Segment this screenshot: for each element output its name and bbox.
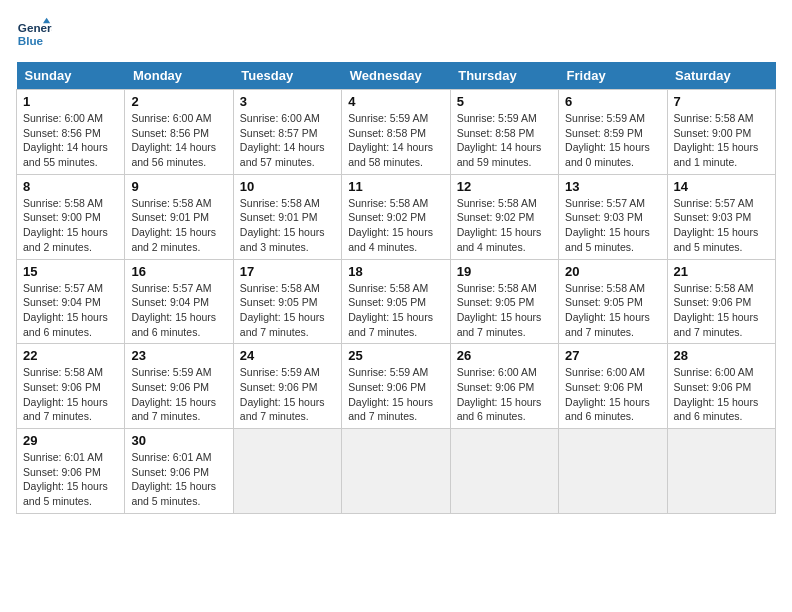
- day-detail: Sunrise: 5:58 AM Sunset: 9:00 PM Dayligh…: [674, 111, 769, 170]
- header-tuesday: Tuesday: [233, 62, 341, 90]
- day-detail: Sunrise: 5:58 AM Sunset: 9:05 PM Dayligh…: [457, 281, 552, 340]
- calendar-row: 8 Sunrise: 5:58 AM Sunset: 9:00 PM Dayli…: [17, 174, 776, 259]
- day-number: 30: [131, 433, 226, 448]
- page-header: General Blue: [16, 16, 776, 52]
- header-friday: Friday: [559, 62, 667, 90]
- calendar-cell: 9 Sunrise: 5:58 AM Sunset: 9:01 PM Dayli…: [125, 174, 233, 259]
- day-number: 1: [23, 94, 118, 109]
- day-number: 14: [674, 179, 769, 194]
- calendar-cell: 12 Sunrise: 5:58 AM Sunset: 9:02 PM Dayl…: [450, 174, 558, 259]
- day-number: 2: [131, 94, 226, 109]
- day-number: 21: [674, 264, 769, 279]
- day-detail: Sunrise: 5:58 AM Sunset: 9:05 PM Dayligh…: [348, 281, 443, 340]
- day-detail: Sunrise: 5:59 AM Sunset: 8:59 PM Dayligh…: [565, 111, 660, 170]
- day-detail: Sunrise: 5:58 AM Sunset: 9:06 PM Dayligh…: [23, 365, 118, 424]
- calendar-header-row: Sunday Monday Tuesday Wednesday Thursday…: [17, 62, 776, 90]
- day-number: 28: [674, 348, 769, 363]
- calendar-cell: 13 Sunrise: 5:57 AM Sunset: 9:03 PM Dayl…: [559, 174, 667, 259]
- calendar-cell: 21 Sunrise: 5:58 AM Sunset: 9:06 PM Dayl…: [667, 259, 775, 344]
- logo: General Blue: [16, 16, 52, 52]
- day-number: 9: [131, 179, 226, 194]
- day-detail: Sunrise: 5:57 AM Sunset: 9:04 PM Dayligh…: [23, 281, 118, 340]
- calendar-cell: 4 Sunrise: 5:59 AM Sunset: 8:58 PM Dayli…: [342, 90, 450, 175]
- day-number: 26: [457, 348, 552, 363]
- day-detail: Sunrise: 6:00 AM Sunset: 8:57 PM Dayligh…: [240, 111, 335, 170]
- day-detail: Sunrise: 6:00 AM Sunset: 9:06 PM Dayligh…: [457, 365, 552, 424]
- day-detail: Sunrise: 5:59 AM Sunset: 9:06 PM Dayligh…: [348, 365, 443, 424]
- day-number: 7: [674, 94, 769, 109]
- calendar-cell: 30 Sunrise: 6:01 AM Sunset: 9:06 PM Dayl…: [125, 429, 233, 514]
- calendar-cell: 18 Sunrise: 5:58 AM Sunset: 9:05 PM Dayl…: [342, 259, 450, 344]
- calendar-cell: 11 Sunrise: 5:58 AM Sunset: 9:02 PM Dayl…: [342, 174, 450, 259]
- day-detail: Sunrise: 6:01 AM Sunset: 9:06 PM Dayligh…: [131, 450, 226, 509]
- day-detail: Sunrise: 5:58 AM Sunset: 9:01 PM Dayligh…: [240, 196, 335, 255]
- day-detail: Sunrise: 5:57 AM Sunset: 9:03 PM Dayligh…: [674, 196, 769, 255]
- day-number: 5: [457, 94, 552, 109]
- day-detail: Sunrise: 5:58 AM Sunset: 9:05 PM Dayligh…: [565, 281, 660, 340]
- logo-icon: General Blue: [16, 16, 52, 52]
- day-number: 8: [23, 179, 118, 194]
- calendar-row: 15 Sunrise: 5:57 AM Sunset: 9:04 PM Dayl…: [17, 259, 776, 344]
- calendar-cell: 23 Sunrise: 5:59 AM Sunset: 9:06 PM Dayl…: [125, 344, 233, 429]
- calendar-cell: 7 Sunrise: 5:58 AM Sunset: 9:00 PM Dayli…: [667, 90, 775, 175]
- header-wednesday: Wednesday: [342, 62, 450, 90]
- day-number: 20: [565, 264, 660, 279]
- day-number: 22: [23, 348, 118, 363]
- calendar-cell: 14 Sunrise: 5:57 AM Sunset: 9:03 PM Dayl…: [667, 174, 775, 259]
- calendar-cell: 3 Sunrise: 6:00 AM Sunset: 8:57 PM Dayli…: [233, 90, 341, 175]
- calendar-cell: 29 Sunrise: 6:01 AM Sunset: 9:06 PM Dayl…: [17, 429, 125, 514]
- day-number: 15: [23, 264, 118, 279]
- day-detail: Sunrise: 5:58 AM Sunset: 9:00 PM Dayligh…: [23, 196, 118, 255]
- day-detail: Sunrise: 5:58 AM Sunset: 9:01 PM Dayligh…: [131, 196, 226, 255]
- day-detail: Sunrise: 5:59 AM Sunset: 8:58 PM Dayligh…: [348, 111, 443, 170]
- calendar-cell: 19 Sunrise: 5:58 AM Sunset: 9:05 PM Dayl…: [450, 259, 558, 344]
- calendar-cell: [233, 429, 341, 514]
- calendar-cell: [342, 429, 450, 514]
- day-number: 24: [240, 348, 335, 363]
- day-detail: Sunrise: 5:59 AM Sunset: 8:58 PM Dayligh…: [457, 111, 552, 170]
- day-detail: Sunrise: 6:01 AM Sunset: 9:06 PM Dayligh…: [23, 450, 118, 509]
- day-number: 12: [457, 179, 552, 194]
- day-number: 6: [565, 94, 660, 109]
- day-number: 10: [240, 179, 335, 194]
- header-sunday: Sunday: [17, 62, 125, 90]
- calendar-cell: 6 Sunrise: 5:59 AM Sunset: 8:59 PM Dayli…: [559, 90, 667, 175]
- day-detail: Sunrise: 5:58 AM Sunset: 9:02 PM Dayligh…: [348, 196, 443, 255]
- calendar-cell: 26 Sunrise: 6:00 AM Sunset: 9:06 PM Dayl…: [450, 344, 558, 429]
- day-number: 17: [240, 264, 335, 279]
- day-number: 18: [348, 264, 443, 279]
- calendar-cell: 1 Sunrise: 6:00 AM Sunset: 8:56 PM Dayli…: [17, 90, 125, 175]
- day-detail: Sunrise: 5:59 AM Sunset: 9:06 PM Dayligh…: [131, 365, 226, 424]
- day-number: 3: [240, 94, 335, 109]
- day-number: 16: [131, 264, 226, 279]
- day-detail: Sunrise: 5:58 AM Sunset: 9:05 PM Dayligh…: [240, 281, 335, 340]
- calendar-cell: 28 Sunrise: 6:00 AM Sunset: 9:06 PM Dayl…: [667, 344, 775, 429]
- calendar-cell: 5 Sunrise: 5:59 AM Sunset: 8:58 PM Dayli…: [450, 90, 558, 175]
- calendar-cell: 17 Sunrise: 5:58 AM Sunset: 9:05 PM Dayl…: [233, 259, 341, 344]
- svg-text:Blue: Blue: [18, 34, 44, 47]
- day-detail: Sunrise: 5:59 AM Sunset: 9:06 PM Dayligh…: [240, 365, 335, 424]
- calendar-cell: 16 Sunrise: 5:57 AM Sunset: 9:04 PM Dayl…: [125, 259, 233, 344]
- calendar-cell: 25 Sunrise: 5:59 AM Sunset: 9:06 PM Dayl…: [342, 344, 450, 429]
- day-detail: Sunrise: 5:57 AM Sunset: 9:04 PM Dayligh…: [131, 281, 226, 340]
- day-detail: Sunrise: 5:58 AM Sunset: 9:06 PM Dayligh…: [674, 281, 769, 340]
- day-detail: Sunrise: 6:00 AM Sunset: 9:06 PM Dayligh…: [674, 365, 769, 424]
- calendar-cell: 15 Sunrise: 5:57 AM Sunset: 9:04 PM Dayl…: [17, 259, 125, 344]
- day-number: 29: [23, 433, 118, 448]
- calendar-table: Sunday Monday Tuesday Wednesday Thursday…: [16, 62, 776, 514]
- day-number: 4: [348, 94, 443, 109]
- calendar-row: 1 Sunrise: 6:00 AM Sunset: 8:56 PM Dayli…: [17, 90, 776, 175]
- calendar-cell: [450, 429, 558, 514]
- calendar-cell: 22 Sunrise: 5:58 AM Sunset: 9:06 PM Dayl…: [17, 344, 125, 429]
- calendar-cell: 8 Sunrise: 5:58 AM Sunset: 9:00 PM Dayli…: [17, 174, 125, 259]
- calendar-cell: 24 Sunrise: 5:59 AM Sunset: 9:06 PM Dayl…: [233, 344, 341, 429]
- calendar-cell: 10 Sunrise: 5:58 AM Sunset: 9:01 PM Dayl…: [233, 174, 341, 259]
- day-detail: Sunrise: 6:00 AM Sunset: 9:06 PM Dayligh…: [565, 365, 660, 424]
- header-monday: Monday: [125, 62, 233, 90]
- day-detail: Sunrise: 5:58 AM Sunset: 9:02 PM Dayligh…: [457, 196, 552, 255]
- day-number: 23: [131, 348, 226, 363]
- day-number: 27: [565, 348, 660, 363]
- calendar-cell: [559, 429, 667, 514]
- calendar-cell: 27 Sunrise: 6:00 AM Sunset: 9:06 PM Dayl…: [559, 344, 667, 429]
- day-number: 11: [348, 179, 443, 194]
